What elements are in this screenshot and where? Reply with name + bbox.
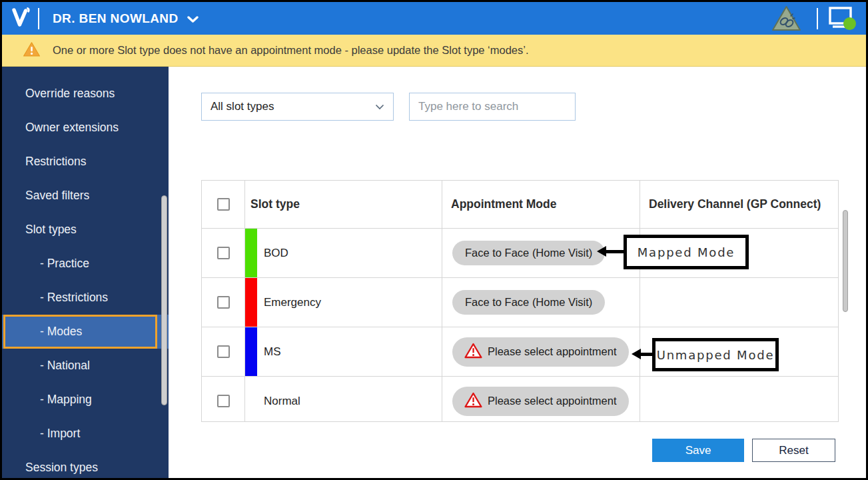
slot-type-label: Normal [264, 395, 300, 408]
slot-color-strip [245, 278, 257, 327]
slot-type-filter-value: All slot types [211, 100, 274, 113]
mapped-mode-arrowhead [597, 246, 606, 257]
unmapped-mode-arrowhead [632, 349, 641, 359]
sidebar-nav: Override reasons Owner extensions Restri… [2, 67, 169, 478]
sidebar-item-owner-extensions[interactable]: Owner extensions [2, 111, 169, 145]
sidebar-item-practice[interactable]: - Practice [2, 247, 169, 281]
column-header-slot-type: Slot type [245, 181, 442, 228]
main-panel: All slot types Slot type Appointment Mod… [169, 67, 866, 478]
slot-type-filter-dropdown[interactable]: All slot types [201, 93, 394, 121]
table-row: Normal Please select appointme [202, 377, 838, 422]
user-name-label: DR. BEN NOWLAND [53, 11, 179, 26]
warning-banner: One or more Slot type does not have an a… [2, 35, 866, 67]
delivery-channel-cell [640, 278, 838, 327]
red-warning-triangle-icon [464, 392, 482, 411]
chevron-down-icon [375, 100, 384, 113]
sidebar-item-mapping[interactable]: - Mapping [2, 383, 169, 417]
sidebar-item-restrictions[interactable]: Restrictions [2, 145, 169, 179]
user-menu[interactable]: DR. BEN NOWLAND [53, 11, 199, 26]
appointment-mode-label: Please select appointment [488, 395, 617, 407]
appointment-mode-label: Please select appointment [488, 345, 617, 358]
save-button[interactable]: Save [652, 439, 744, 462]
sidebar-item-modes[interactable]: - Modes [2, 315, 169, 349]
sidebar-item-override-reasons[interactable]: Override reasons [2, 77, 169, 111]
sidebar-item-slot-types[interactable]: Slot types [2, 213, 169, 247]
hazard-triangle-icon[interactable] [771, 5, 802, 32]
unmapped-mode-arrow [641, 353, 653, 356]
appointment-mode-pill-unmapped[interactable]: Please select appointment [452, 387, 629, 416]
sidebar-item-saved-filters[interactable]: Saved filters [2, 179, 169, 213]
column-header-appointment-mode: Appointment Mode [442, 181, 640, 228]
sidebar-item-slot-restrictions[interactable]: - Restrictions [2, 281, 169, 315]
unmapped-mode-callout: Unmapped Mode [652, 338, 779, 371]
app-logo [2, 5, 38, 32]
slot-type-label: Emergency [264, 296, 321, 309]
appointment-mode-label: Face to Face (Home Visit) [465, 247, 592, 259]
slot-type-label: BOD [264, 247, 288, 260]
select-all-checkbox[interactable] [217, 198, 230, 211]
vision-v-logo-icon [8, 5, 32, 32]
mapped-mode-callout: Mapped Mode [624, 235, 749, 269]
sidebar-item-session-types[interactable]: Session types [2, 451, 169, 480]
appointment-mode-pill[interactable]: Face to Face (Home Visit) [452, 241, 605, 265]
mapped-mode-arrow [606, 250, 624, 253]
column-header-delivery-channel: Delivery Channel (GP Connect) [640, 181, 838, 228]
appointment-mode-pill-unmapped[interactable]: Please select appointment [452, 337, 629, 367]
search-input[interactable] [409, 93, 576, 121]
row-checkbox[interactable] [217, 296, 230, 309]
slot-color-strip [245, 327, 257, 376]
slot-color-strip [245, 229, 257, 277]
slot-types-table: Slot type Appointment Mode Delivery Chan… [201, 180, 839, 422]
appointment-mode-pill[interactable]: Face to Face (Home Visit) [452, 290, 605, 315]
appointment-mode-label: Face to Face (Home Visit) [465, 296, 592, 309]
row-checkbox[interactable] [217, 345, 230, 358]
top-bar: DR. BEN NOWLAND [2, 2, 866, 35]
table-scrollbar-thumb[interactable] [843, 210, 848, 312]
row-checkbox[interactable] [217, 247, 230, 259]
warning-triangle-icon [23, 41, 41, 60]
sidebar-scrollbar-thumb[interactable] [161, 195, 167, 405]
reset-button[interactable]: Reset [752, 439, 835, 462]
sidebar-item-modes-label: - Modes [40, 325, 82, 339]
red-warning-triangle-icon [464, 343, 482, 361]
sidebar-item-national[interactable]: - National [2, 349, 169, 383]
slot-type-label: MS [264, 345, 281, 359]
row-checkbox[interactable] [217, 395, 230, 407]
chevron-down-icon [187, 11, 199, 26]
sidebar-item-import[interactable]: - Import [2, 417, 169, 451]
slot-color-strip [245, 377, 257, 422]
table-row: Emergency Face to Face (Home Visit) [202, 278, 838, 327]
table-header-row: Slot type Appointment Mode Delivery Chan… [202, 181, 838, 229]
topbar-divider [38, 8, 39, 29]
app-window: DR. BEN NOWLAND [0, 0, 868, 480]
monitor-online-icon[interactable] [818, 6, 866, 31]
delivery-channel-cell [640, 377, 838, 422]
warning-banner-text: One or more Slot type does not have an a… [53, 44, 529, 57]
